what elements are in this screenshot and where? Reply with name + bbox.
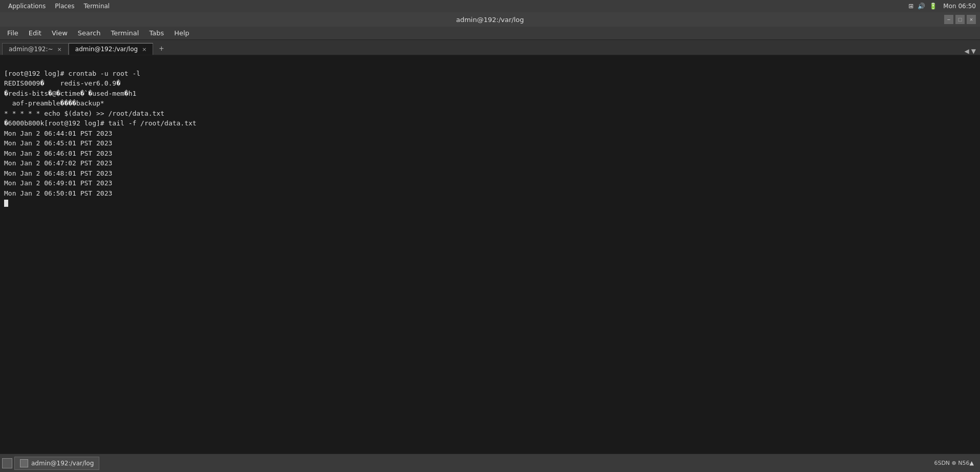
tab-1-label: admin@192:/var/log [75, 46, 138, 53]
terminal-cursor [4, 200, 8, 207]
taskbar-app-icon [20, 459, 28, 467]
applications-menu[interactable]: Applications [4, 2, 50, 11]
tab-1[interactable]: admin@192:/var/log × [69, 43, 154, 55]
system-tray: ⊞ 🔊 🔋 [908, 3, 937, 10]
window-title: admin@192:/var/log [456, 16, 524, 24]
menu-tabs[interactable]: Tabs [144, 28, 169, 38]
taskbar-left: admin@192:/var/log [2, 457, 99, 470]
minimize-button[interactable]: − [944, 15, 953, 24]
terminal-line-9: Mon Jan 2 06:47:02 PST 2023 [4, 159, 112, 167]
terminal-line-1: REDIS0009� redis-ver6.0.9� [4, 79, 120, 87]
tab-1-close[interactable]: × [142, 46, 146, 53]
terminal-line-6: Mon Jan 2 06:44:01 PST 2023 [4, 130, 112, 137]
tab-0-label: admin@192:~ [9, 46, 53, 53]
taskbar-app-label: admin@192:/var/log [31, 460, 94, 467]
system-bar: Applications Places Terminal ⊞ 🔊 🔋 Mon 0… [0, 0, 980, 12]
menu-view[interactable]: View [47, 28, 73, 38]
terminal-line-0: [root@192 log]# crontab -u root -l [4, 70, 140, 77]
tab-0[interactable]: admin@192:~ × [2, 43, 69, 55]
terminal-menu[interactable]: Terminal [79, 2, 114, 11]
tab-scroll-down-icon[interactable]: ▼ [971, 48, 976, 55]
taskbar-right-text: 6SDN ⊕ N56▲ [934, 460, 974, 466]
taskbar-right: 6SDN ⊕ N56▲ [934, 460, 978, 466]
system-bar-right: ⊞ 🔊 🔋 Mon 06:50 [908, 3, 976, 10]
places-menu[interactable]: Places [51, 2, 78, 11]
menu-search[interactable]: Search [73, 28, 106, 38]
menu-edit[interactable]: Edit [24, 28, 47, 38]
terminal-line-2: �redis-bits�@�ctime�`�used-mem�h1 [4, 90, 136, 97]
terminal-line-10: Mon Jan 2 06:48:01 PST 2023 [4, 169, 112, 177]
maximize-button[interactable]: □ [955, 15, 965, 24]
window-controls: − □ × [944, 15, 976, 24]
taskbar: admin@192:/var/log 6SDN ⊕ N56▲ [0, 454, 980, 472]
battery-icon[interactable]: 🔋 [929, 3, 937, 10]
terminal-line-7: Mon Jan 2 06:45:01 PST 2023 [4, 139, 112, 147]
system-bar-left: Applications Places Terminal [4, 2, 114, 11]
add-tab-button[interactable]: + [155, 42, 167, 55]
terminal-window: admin@192:/var/log − □ × File Edit View … [0, 12, 980, 472]
terminal-line-8: Mon Jan 2 06:46:01 PST 2023 [4, 149, 112, 157]
network-icon[interactable]: ⊞ [908, 3, 913, 10]
tab-0-close[interactable]: × [57, 46, 62, 53]
menu-file[interactable]: File [2, 28, 24, 38]
taskbar-show-desktop-icon[interactable] [2, 458, 12, 468]
terminal-line-3: aof-preamble����backup* [4, 99, 104, 107]
volume-icon[interactable]: 🔊 [918, 3, 925, 10]
terminal-line-5: �6000b800k[root@192 log]# tail -f /root/… [4, 119, 197, 127]
window-titlebar: admin@192:/var/log − □ × [0, 12, 980, 27]
menu-terminal[interactable]: Terminal [105, 28, 144, 38]
terminal-line-12: Mon Jan 2 06:50:01 PST 2023 [4, 189, 112, 197]
tab-scroll-left-icon[interactable]: ◀ [965, 48, 969, 55]
terminal-output[interactable]: [root@192 log]# crontab -u root -l REDIS… [0, 55, 980, 454]
menu-help[interactable]: Help [169, 28, 195, 38]
terminal-line-4: * * * * * echo $(date) >> /root/data.txt [4, 110, 164, 117]
clock: Mon 06:50 [943, 3, 976, 10]
taskbar-app[interactable]: admin@192:/var/log [14, 457, 99, 470]
close-button[interactable]: × [967, 15, 976, 24]
menu-bar: File Edit View Search Terminal Tabs Help [0, 27, 980, 40]
tabs-area: admin@192:~ × admin@192:/var/log × + ◀ ▼ [0, 40, 980, 55]
terminal-line-11: Mon Jan 2 06:49:01 PST 2023 [4, 179, 112, 187]
